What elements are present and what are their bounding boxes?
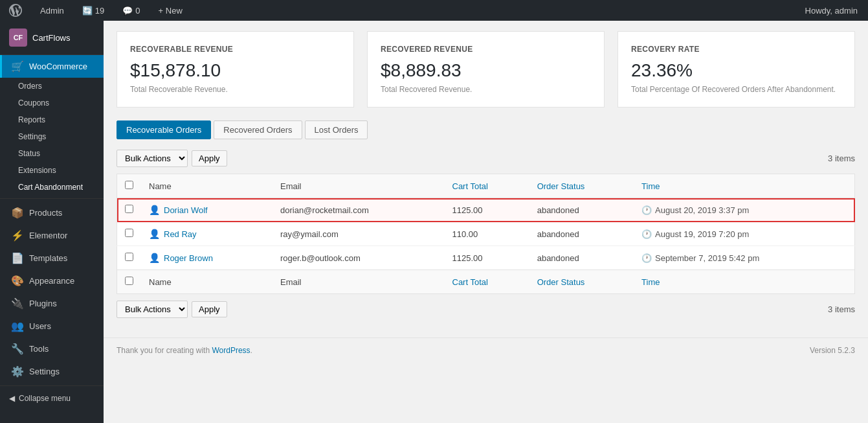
row-cb-0[interactable]	[125, 205, 133, 213]
row-cb-2[interactable]	[125, 253, 133, 261]
collapse-menu[interactable]: ◀ Collapse menu	[0, 389, 104, 408]
sidebar-item-tools[interactable]: 🔧 Tools	[0, 337, 104, 360]
table-row: 👤 Dorian Wolf dorian@rocketmail.com 1125…	[117, 198, 855, 222]
clock-icon-2: 🕐	[641, 253, 652, 263]
tfoot-cart-total[interactable]: Cart Total	[445, 270, 529, 294]
row-name-0: 👤 Dorian Wolf	[141, 198, 273, 222]
sidebar-submenu-extensions[interactable]: Extensions	[0, 162, 104, 179]
row-cart-total-2: 1125.00	[445, 246, 529, 270]
appearance-icon: 🎨	[11, 275, 24, 287]
row-checkbox-1	[117, 222, 142, 246]
user-link-0[interactable]: 👤 Dorian Wolf	[149, 205, 265, 215]
tab-recovered-orders[interactable]: Recovered Orders	[214, 120, 302, 139]
bulk-actions-select-bottom[interactable]: Bulk Actions	[117, 301, 188, 318]
user-avatar-icon-1: 👤	[149, 229, 160, 239]
users-label: Users	[29, 321, 51, 331]
templates-icon: 📄	[11, 252, 24, 264]
sidebar-submenu-settings[interactable]: Settings	[0, 128, 104, 145]
clock-icon-0: 🕐	[641, 205, 652, 215]
tfoot-order-status[interactable]: Order Status	[529, 270, 634, 294]
row-cart-total-0: 1125.00	[445, 198, 529, 222]
products-icon: 📦	[11, 207, 24, 219]
row-cart-total-1: 110.00	[445, 222, 529, 246]
cart-abandonment-label: Cart Abandonment	[18, 183, 83, 192]
tfoot-name: Name	[141, 270, 273, 294]
admin-bar: Admin 🔄 19 💬 0 + New Howdy, admin	[0, 0, 868, 21]
sidebar-item-plugins[interactable]: 🔌 Plugins	[0, 292, 104, 315]
menu-separator-1	[0, 198, 104, 199]
tfoot-time[interactable]: Time	[634, 270, 854, 294]
cartflows-brand[interactable]: CF CartFlows	[0, 21, 104, 55]
orders-label: Orders	[18, 82, 42, 91]
sidebar-item-appearance[interactable]: 🎨 Appearance	[0, 269, 104, 292]
row-name-2: 👤 Roger Brown	[141, 246, 273, 270]
row-name-1: 👤 Red Ray	[141, 222, 273, 246]
user-avatar-icon-0: 👤	[149, 205, 160, 215]
coupons-label: Coupons	[18, 98, 49, 108]
sidebar-submenu-orders[interactable]: Orders	[0, 78, 104, 95]
footer-version: Version 5.2.3	[810, 346, 855, 355]
stats-row: Recoverable Revenue $15,878.10 Total Rec…	[104, 21, 868, 120]
page-footer: Thank you for creating with WordPress. V…	[104, 337, 868, 363]
settings2-label: Settings	[29, 367, 60, 376]
bulk-apply-top[interactable]: Apply	[192, 150, 227, 166]
tab-lost-orders[interactable]: Lost Orders	[305, 120, 368, 139]
tools-label: Tools	[29, 344, 49, 354]
recovered-revenue-value: $8,889.83	[381, 60, 591, 81]
reports-label: Reports	[18, 115, 45, 124]
select-all-checkbox[interactable]	[125, 181, 133, 189]
wp-logo[interactable]	[5, 0, 26, 21]
orders-table: Name Email Cart Total Order Status Time	[117, 174, 855, 294]
th-checkbox	[117, 174, 142, 198]
row-status-1: abandoned	[529, 222, 634, 246]
admin-site[interactable]: Admin	[36, 0, 68, 21]
products-label: Products	[29, 208, 62, 218]
sidebar-item-settings[interactable]: ⚙️ Settings	[0, 360, 104, 383]
collapse-label: Collapse menu	[19, 394, 71, 403]
sidebar-item-templates[interactable]: 📄 Templates	[0, 247, 104, 269]
tab-recoverable-orders[interactable]: Recoverable Orders	[117, 120, 211, 139]
wordpress-link[interactable]: WordPress	[212, 346, 250, 355]
sidebar-submenu-coupons[interactable]: Coupons	[0, 95, 104, 111]
updates[interactable]: 🔄 19	[78, 0, 108, 21]
row-email-0: dorian@rocketmail.com	[273, 198, 445, 222]
table-row: 👤 Roger Brown roger.b@outlook.com 1125.0…	[117, 246, 855, 270]
admin-label: Admin	[40, 6, 64, 16]
row-email-1: ray@ymail.com	[273, 222, 445, 246]
new-label: + New	[159, 6, 183, 16]
sidebar-submenu-status[interactable]: Status	[0, 145, 104, 162]
comments-count: 0	[135, 6, 140, 16]
sidebar-item-users[interactable]: 👥 Users	[0, 315, 104, 337]
row-time-0: 🕐 August 20, 2019 3:37 pm	[634, 198, 854, 222]
plugins-icon: 🔌	[11, 297, 24, 310]
th-time[interactable]: Time	[634, 174, 854, 198]
sidebar-item-woocommerce[interactable]: 🛒 WooCommerce	[0, 55, 104, 78]
items-count-top: 3 items	[828, 154, 855, 163]
settings-icon: ⚙️	[11, 365, 24, 378]
clock-icon-1: 🕐	[641, 229, 652, 239]
recovered-revenue-card: Recovered Revenue $8,889.83 Total Recove…	[367, 31, 605, 108]
wp-icon	[9, 4, 22, 17]
sidebar-submenu-reports[interactable]: Reports	[0, 111, 104, 128]
menu-separator-2	[0, 385, 104, 386]
sidebar-item-products[interactable]: 📦 Products	[0, 201, 104, 224]
select-all-footer-checkbox[interactable]	[125, 277, 133, 285]
th-email: Email	[273, 174, 445, 198]
sidebar-submenu-cart-abandonment[interactable]: Cart Abandonment	[0, 179, 104, 196]
bulk-actions-select-top[interactable]: Bulk Actions	[117, 150, 188, 167]
row-status-2: abandoned	[529, 246, 634, 270]
user-link-2[interactable]: 👤 Roger Brown	[149, 253, 265, 263]
user-link-1[interactable]: 👤 Red Ray	[149, 229, 265, 239]
row-status-0: abandoned	[529, 198, 634, 222]
sidebar-item-elementor[interactable]: ⚡ Elementor	[0, 224, 104, 247]
collapse-icon: ◀	[9, 394, 15, 403]
comments[interactable]: 💬 0	[118, 0, 144, 21]
th-cart-total[interactable]: Cart Total	[445, 174, 529, 198]
row-cb-1[interactable]	[125, 229, 133, 237]
appearance-label: Appearance	[29, 276, 74, 286]
row-checkbox-0	[117, 198, 142, 222]
new-content[interactable]: + New	[155, 0, 186, 21]
bulk-apply-bottom[interactable]: Apply	[192, 301, 227, 317]
th-order-status[interactable]: Order Status	[529, 174, 634, 198]
footer-credit: Thank you for creating with WordPress.	[117, 346, 252, 355]
